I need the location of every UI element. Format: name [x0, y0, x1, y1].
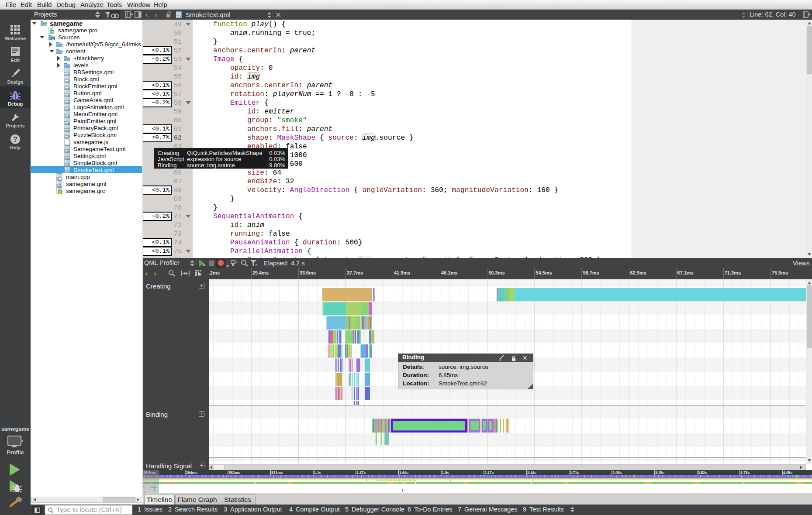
- svg-text:C: C: [52, 37, 54, 40]
- svg-text:3.25s: 3.25s: [655, 470, 665, 475]
- svg-text:562ms: 562ms: [228, 470, 240, 475]
- svg-text:2.44s: 2.44s: [527, 470, 537, 475]
- svg-text:1.64s: 1.64s: [399, 470, 409, 475]
- svg-text:C→: C→: [57, 177, 62, 180]
- svg-text:4.05s: 4.05s: [783, 470, 793, 475]
- svg-text:294ms: 294ms: [186, 470, 198, 475]
- svg-text:2.98s: 2.98s: [612, 470, 622, 475]
- svg-text:2.17s: 2.17s: [484, 470, 494, 475]
- svg-text:1.37s: 1.37s: [356, 470, 366, 475]
- svg-text:qml: qml: [177, 16, 181, 18]
- svg-text:?: ?: [13, 136, 17, 143]
- svg-text:Qt: Qt: [50, 31, 54, 34]
- svg-text:3.52s: 3.52s: [698, 470, 708, 475]
- svg-text:Qt: Qt: [43, 23, 47, 27]
- svg-text:3.78s: 3.78s: [740, 470, 750, 475]
- svg-text:831ms: 831ms: [271, 470, 283, 475]
- svg-text:2.71s: 2.71s: [570, 470, 580, 475]
- svg-text:1.1s: 1.1s: [314, 470, 321, 475]
- svg-text:1.9s: 1.9s: [442, 470, 449, 475]
